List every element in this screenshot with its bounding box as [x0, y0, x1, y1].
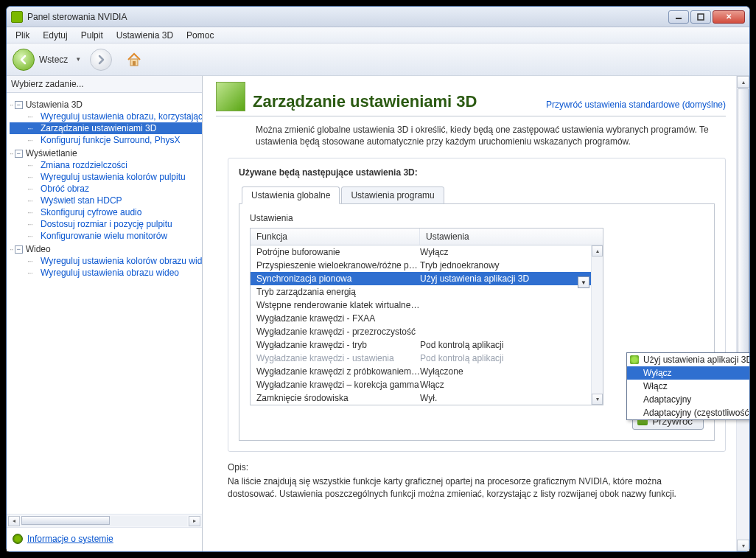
menu-desktop[interactable]: Pulpit [75, 29, 109, 42]
tree-group-3d[interactable]: ··− Ustawienia 3D [10, 99, 202, 111]
settings-label: Ustawienia [250, 213, 704, 223]
collapse-icon[interactable]: − [15, 101, 23, 109]
settings-row[interactable]: Synchronizacja pionowaUżyj ustawienia ap… [251, 272, 603, 285]
back-history-dropdown[interactable]: ▼ [75, 56, 81, 63]
setting-value[interactable]: Włącz [420, 380, 597, 390]
scroll-right-button[interactable]: ▸ [189, 516, 200, 526]
page-icon [216, 82, 245, 111]
tree-item[interactable]: Dostosuj rozmiar i pozycję pulpitu [10, 218, 202, 230]
scroll-up-button[interactable]: ▴ [592, 245, 603, 257]
setting-value[interactable]: Wyłącz [420, 247, 597, 257]
settings-row[interactable]: Wygładzanie krawędzi - trybPod kontrolą … [251, 338, 603, 352]
task-tree[interactable]: ··− Ustawienia 3D Wyreguluj ustawienia o… [7, 93, 202, 514]
tree-group-display[interactable]: ··− Wyświetlanie [10, 147, 202, 159]
nvidia-control-panel-window: Panel sterowania NVIDIA ✕ Plik Edytuj Pu… [6, 6, 750, 552]
setting-value[interactable] [420, 313, 597, 324]
home-button[interactable] [124, 49, 144, 70]
setting-value[interactable]: Tryb jednoekranowy [420, 260, 597, 271]
settings-row[interactable]: Przyspieszenie wieloekranowe/różne proc.… [251, 259, 603, 272]
sidebar-scrollbar-horizontal[interactable]: ◂ ▸ [7, 514, 202, 527]
tree-item[interactable]: Konfiguruj funkcje Surround, PhysX [10, 134, 202, 146]
content-scrollbar-vertical[interactable]: ▴ ▾ [736, 76, 749, 551]
tree-item[interactable]: Konfigurowanie wielu monitorów [10, 230, 202, 242]
setting-value[interactable]: Wył. [420, 393, 597, 403]
scroll-track[interactable] [21, 516, 187, 526]
tree-item[interactable]: Obróć obraz [10, 183, 202, 195]
setting-value[interactable] [420, 300, 597, 310]
restore-defaults-link[interactable]: Przywróć ustawienia standardowe (domyśln… [546, 100, 726, 114]
setting-value[interactable]: Pod kontrolą aplikacji [420, 340, 597, 350]
column-header-value[interactable]: Ustawienia [420, 229, 603, 245]
tree-item[interactable]: Wyreguluj ustawienia obrazu, korzystając… [10, 111, 202, 122]
settings-row[interactable]: Zamknięcie środowiskaWył. [251, 391, 603, 405]
minimize-button[interactable] [668, 10, 689, 24]
collapse-icon[interactable]: − [15, 245, 23, 254]
tree-item[interactable]: Wyreguluj ustawienia obrazu wideo [10, 267, 202, 279]
setting-value[interactable]: Wyłączone [420, 366, 597, 377]
svg-rect-3 [133, 61, 136, 66]
tab-global[interactable]: Ustawienia globalne [242, 186, 340, 204]
column-header-function[interactable]: Funkcja [251, 229, 420, 245]
tree-item[interactable]: Wyreguluj ustawienia kolorów obrazu wide… [10, 255, 202, 267]
system-info-link[interactable]: Informacje o systemie [27, 534, 113, 544]
toolbar: Wstecz ▼ [7, 43, 749, 76]
setting-value[interactable]: Pod kontrolą aplikacji [420, 353, 597, 363]
scroll-thumb[interactable] [738, 88, 749, 398]
nvidia-icon [11, 11, 23, 23]
scroll-up-button[interactable]: ▴ [737, 76, 749, 88]
dropdown-option[interactable]: Użyj ustawienia aplikacji 3D [627, 353, 749, 366]
dropdown-option[interactable]: Włącz [627, 380, 749, 393]
forward-button[interactable] [90, 49, 112, 71]
back-button[interactable] [13, 49, 35, 71]
setting-function: Wygładzanie krawędzi – korekcja gamma [256, 380, 420, 390]
scroll-thumb[interactable] [21, 516, 110, 525]
description-text: Na liście znajdują się wszystkie funkcje… [228, 475, 711, 499]
tree-item[interactable]: Zmiana rozdzielczości [10, 159, 202, 171]
dropdown-option[interactable]: Wyłącz [627, 366, 749, 380]
tree-item[interactable]: Skonfiguruj cyfrowe audio [10, 206, 202, 218]
setting-value[interactable] [420, 287, 597, 297]
tree-group-video[interactable]: ··− Wideo [10, 243, 202, 255]
setting-value[interactable]: Użyj ustawienia aplikacji 3D [420, 273, 597, 284]
setting-function: Wygładzanie krawędzi - przezroczystość [256, 327, 420, 337]
vsync-dropdown-popup: Użyj ustawienia aplikacji 3DWyłączWłączA… [626, 352, 749, 420]
tree-item-manage-3d[interactable]: Zarządzanie ustawieniami 3D [10, 122, 202, 134]
collapse-icon[interactable]: − [15, 150, 23, 158]
setting-function: Wygładzanie krawędzi - tryb [256, 340, 420, 350]
content-area: Zarządzanie ustawieniami 3D Przywróć ust… [203, 76, 749, 551]
close-button[interactable]: ✕ [713, 10, 745, 24]
dropdown-option[interactable]: Adaptacyjny (częstotliwość odświeżania o… [627, 406, 749, 419]
settings-row[interactable]: Wygładzanie krawędzi - przezroczystość [251, 325, 603, 338]
description-section: Opis: Na liście znajdują się wszystkie f… [228, 462, 726, 499]
tree-item[interactable]: Wyświetl stan HDCP [10, 195, 202, 206]
menu-help[interactable]: Pomoc [181, 29, 220, 42]
scroll-down-button[interactable]: ▾ [737, 540, 749, 551]
settings-row[interactable]: Potrójne buforowanieWyłącz [251, 245, 603, 259]
panel-heading: Używane będą następujące ustawienia 3D: [239, 167, 715, 178]
grid-scrollbar-vertical[interactable]: ▴ ▾ [591, 245, 603, 405]
setting-function: Zamknięcie środowiska [256, 393, 420, 403]
menu-file[interactable]: Plik [10, 29, 35, 42]
setting-function: Przyspieszenie wieloekranowe/różne proc.… [256, 260, 420, 271]
dropdown-option[interactable]: Adaptacyjny [627, 393, 749, 406]
menu-settings3d[interactable]: Ustawienia 3D [111, 29, 179, 42]
dropdown-arrow-icon[interactable]: ▼ [578, 276, 589, 288]
settings-row[interactable]: Wygładzanie krawędzi – korekcja gammaWłą… [251, 378, 603, 391]
task-sidebar: Wybierz zadanie... ··− Ustawienia 3D Wyr… [7, 76, 203, 551]
setting-function: Wygładzanie krawędzi - FXAA [256, 313, 420, 324]
settings-row[interactable]: Wygładzanie krawędzi - ustawieniaPod kon… [251, 352, 603, 365]
page-title: Zarządzanie ustawieniami 3D [253, 92, 539, 114]
setting-function: Potrójne buforowanie [256, 247, 420, 257]
settings-row[interactable]: Tryb zarządzania energią [251, 285, 603, 299]
maximize-button[interactable] [690, 10, 711, 24]
titlebar[interactable]: Panel sterowania NVIDIA ✕ [7, 7, 749, 27]
scroll-down-button[interactable]: ▾ [592, 394, 603, 405]
tree-item[interactable]: Wyreguluj ustawienia kolorów pulpitu [10, 171, 202, 183]
setting-value[interactable] [420, 327, 597, 337]
settings-row[interactable]: Wygładzanie krawędzi - FXAA [251, 312, 603, 325]
settings-row[interactable]: Wygładzanie krawędzi z próbkowaniem wi..… [251, 365, 603, 378]
tab-program[interactable]: Ustawienia programu [341, 186, 444, 204]
settings-row[interactable]: Wstępne renderowanie klatek wirtualnej r… [251, 299, 603, 312]
scroll-left-button[interactable]: ◂ [8, 516, 20, 526]
menu-edit[interactable]: Edytuj [37, 29, 73, 42]
